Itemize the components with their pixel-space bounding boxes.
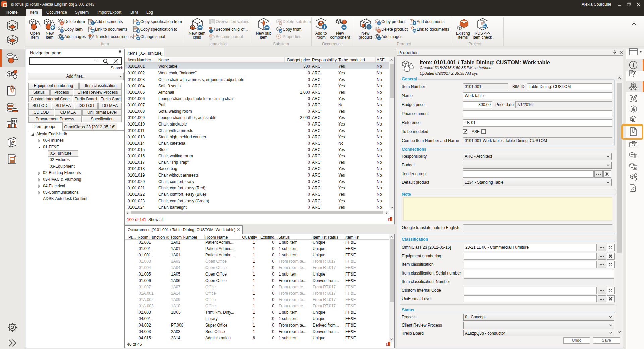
svg-text:12: 12: [634, 166, 637, 169]
